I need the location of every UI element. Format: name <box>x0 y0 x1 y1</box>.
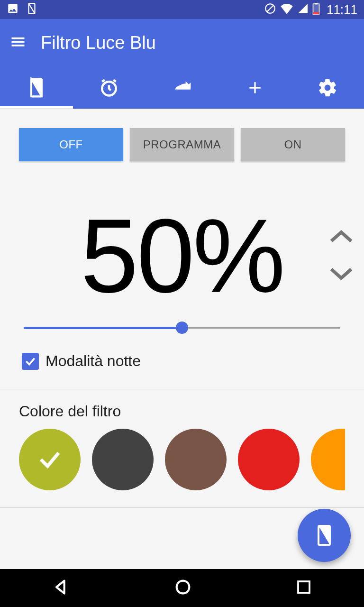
tab-filter[interactable] <box>0 66 73 109</box>
svg-rect-5 <box>313 12 319 14</box>
signal-icon <box>297 3 309 16</box>
tab-bar <box>0 66 364 109</box>
decrease-button[interactable] <box>328 266 355 284</box>
color-swatch-brown[interactable] <box>165 429 227 490</box>
mode-on-button[interactable]: ON <box>241 128 345 161</box>
app-title: Filtro Luce Blu <box>41 33 156 53</box>
tab-settings[interactable] <box>291 66 364 109</box>
svg-rect-4 <box>315 3 318 4</box>
tab-add[interactable] <box>218 66 291 109</box>
mode-program-button[interactable]: PROGRAMMA <box>130 128 234 161</box>
svg-point-12 <box>177 581 190 594</box>
svg-rect-13 <box>298 581 309 593</box>
nav-recent-button[interactable] <box>295 579 312 598</box>
color-swatch-olive[interactable] <box>19 429 81 490</box>
wifi-icon <box>280 3 293 16</box>
battery-low-icon <box>312 2 320 17</box>
nav-home-button[interactable] <box>173 578 192 598</box>
tab-redo[interactable] <box>146 66 218 109</box>
filter-color-title: Colore del filtro <box>19 389 345 429</box>
nav-back-button[interactable] <box>52 578 71 598</box>
divider <box>0 507 364 508</box>
increase-button[interactable] <box>328 229 355 247</box>
color-swatch-red[interactable] <box>238 429 300 490</box>
image-icon <box>7 2 19 17</box>
svg-line-2 <box>267 6 273 12</box>
mode-off-button[interactable]: OFF <box>19 128 123 161</box>
night-mode-checkbox[interactable] <box>22 353 39 370</box>
navigation-bar <box>0 569 364 607</box>
color-swatch-orange[interactable] <box>311 429 345 490</box>
filter-color-row <box>19 429 345 490</box>
fab-toggle-filter[interactable] <box>298 509 351 562</box>
tab-schedule[interactable] <box>73 66 146 109</box>
color-swatch-dark[interactable] <box>92 429 154 490</box>
intensity-slider[interactable] <box>24 327 340 329</box>
night-mode-label: Modalità notte <box>46 352 141 370</box>
app-bar: Filtro Luce Blu <box>0 19 364 66</box>
mode-toggle-group: OFF PROGRAMMA ON <box>19 109 345 180</box>
status-bar: 11:11 <box>0 0 364 19</box>
menu-icon[interactable] <box>9 33 27 52</box>
status-clock: 11:11 <box>327 2 357 17</box>
phone-filter-icon <box>26 2 38 17</box>
intensity-value: 50% <box>81 204 283 308</box>
no-entry-icon <box>264 2 276 17</box>
